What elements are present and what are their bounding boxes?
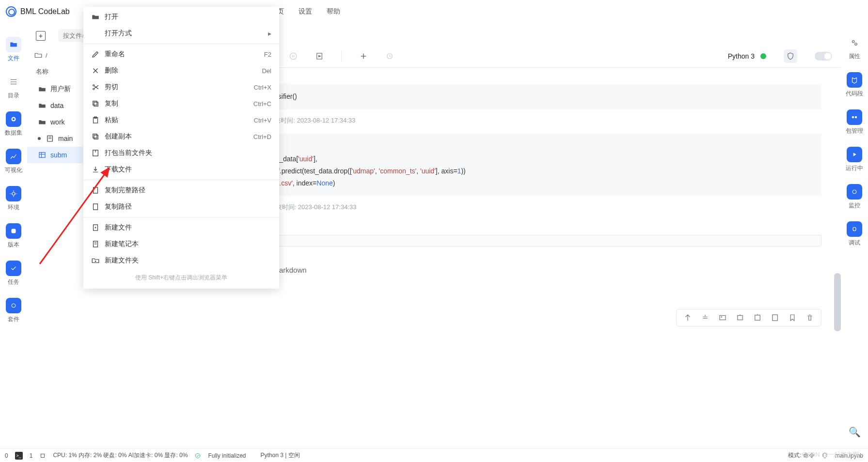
svg-rect-28 — [94, 135, 98, 139]
chart-icon — [9, 152, 18, 161]
modified-dot-icon — [38, 137, 41, 140]
rnav-search[interactable]: 🔍 — [841, 419, 868, 448]
move-up-icon[interactable] — [683, 313, 692, 322]
logo-icon — [6, 6, 16, 17]
chevron-right-icon: ▸ — [268, 30, 271, 37]
cm-copy-fullpath[interactable]: 复制完整路径 — [83, 182, 279, 199]
cm-delete[interactable]: 删除Del — [83, 62, 279, 79]
cm-cut[interactable]: 剪切Ctrl+X — [83, 79, 279, 95]
sync-icon[interactable] — [385, 52, 394, 61]
cm-new-file[interactable]: 新建文件 — [83, 219, 279, 236]
file-play-icon[interactable] — [315, 52, 324, 61]
svg-point-7 — [290, 53, 297, 60]
svg-point-11 — [721, 317, 722, 318]
cm-copy[interactable]: 复制Ctrl+C — [83, 95, 279, 112]
rnav-run[interactable]: 运行中 — [841, 142, 868, 179]
code-cell-1[interactable]: ) — [210, 68, 841, 84]
right-sidebar: 属性 代码段 包管理 运行中 监控 调试 🔍 — [841, 23, 868, 448]
svg-point-19 — [852, 190, 856, 194]
cm-new-folder[interactable]: 新建文件夹 — [83, 252, 279, 269]
gallery-icon[interactable] — [718, 313, 727, 322]
terminal-icon[interactable]: >_ — [15, 452, 23, 460]
svg-point-15 — [852, 41, 855, 43]
notebook-icon — [46, 134, 54, 143]
status-init: Fully initialized — [208, 452, 246, 459]
cm-rename[interactable]: 重命名F2 — [83, 46, 279, 62]
insert-icon[interactable] — [753, 313, 762, 322]
task-icon — [9, 264, 18, 273]
clipboard-icon — [91, 116, 100, 124]
expand-icon[interactable] — [771, 313, 779, 322]
table-icon — [38, 151, 47, 159]
svg-point-2 — [12, 192, 15, 195]
cm-paste[interactable]: 粘贴Ctrl+V — [83, 112, 279, 128]
toggle-switch[interactable] — [815, 52, 832, 61]
folder-icon — [38, 101, 47, 110]
trash-icon[interactable] — [805, 313, 814, 322]
cm-open[interactable]: 打开 — [83, 9, 279, 25]
nav-task[interactable]: 任务 — [0, 256, 27, 293]
duplicate-icon — [91, 132, 100, 141]
new-file-button[interactable]: + — [36, 31, 46, 41]
kit-icon — [9, 301, 18, 310]
output-icon[interactable] — [736, 313, 744, 322]
check-circle-icon — [194, 452, 201, 459]
nav-dataset[interactable]: 数据集 — [0, 107, 27, 144]
new-notebook-icon — [91, 240, 100, 248]
rnav-debug[interactable]: 调试 — [841, 216, 868, 254]
svg-rect-23 — [94, 102, 98, 106]
cm-open-with[interactable]: 打开方式▸ — [83, 25, 279, 42]
plus-icon[interactable] — [359, 52, 368, 61]
nav-toc[interactable]: 目录 — [0, 69, 27, 107]
left-sidebar: 文件 目录 数据集 可视化 环境 版本 任务 套件 — [0, 23, 27, 448]
svg-rect-24 — [93, 101, 97, 105]
cm-copy-path[interactable]: 复制路径 — [83, 199, 279, 215]
empty-cell[interactable]: [ ] 1 — [210, 235, 841, 246]
rnav-monitor[interactable]: 监控 — [841, 179, 868, 216]
nav-env[interactable]: 环境 — [0, 181, 27, 218]
kernel-status-icon — [760, 53, 766, 59]
svg-point-1 — [13, 118, 15, 121]
snippet-icon — [850, 76, 859, 84]
nav-vis[interactable]: 可视化 — [0, 144, 27, 181]
svg-point-16 — [855, 43, 857, 46]
status-stats: CPU: 1% 内存: 2% 硬盘: 0% AI加速卡: 0% 显存: 0% — [53, 451, 188, 460]
folder-icon — [9, 40, 18, 49]
cm-duplicate[interactable]: 创建副本Ctrl+D — [83, 128, 279, 145]
kernel-indicator[interactable]: Python 3 — [728, 52, 766, 60]
pause-icon[interactable] — [289, 52, 298, 61]
bookmark-icon[interactable] — [788, 313, 797, 322]
svg-point-22 — [93, 85, 95, 86]
rnav-snippet[interactable]: 代码段 — [841, 67, 868, 105]
svg-rect-13 — [755, 315, 760, 321]
cm-download[interactable]: 下载文件 — [83, 161, 279, 178]
code-cell-2[interactable]: d.DataFrame({ 'uuid': test_data['uuid'],… — [222, 134, 821, 196]
pencil-icon — [91, 50, 100, 59]
scrollbar-thumb[interactable] — [834, 273, 841, 331]
menu-help[interactable]: 帮助 — [327, 7, 340, 16]
nav-file[interactable]: 文件 — [0, 32, 27, 69]
nav-version[interactable]: 版本 — [0, 218, 27, 256]
status-count-0: 0 — [5, 452, 8, 459]
shield-icon[interactable] — [784, 49, 797, 63]
cm-new-notebook[interactable]: 新建笔记本 — [83, 236, 279, 252]
nav-kit[interactable]: 套件 — [0, 293, 27, 330]
cm-zip[interactable]: 打包当前文件夹 — [83, 145, 279, 161]
context-menu: 打开 打开方式▸ 重命名F2 删除Del 剪切Ctrl+X 复制Ctrl+C 粘… — [83, 7, 279, 289]
status-count-1: 1 — [30, 452, 33, 459]
cell-meta-2: 行时长: 365毫秒 结束时间: 2023-08-12 17:34:33 — [210, 199, 841, 216]
rnav-props[interactable]: 属性 — [841, 30, 868, 67]
svg-point-21 — [93, 88, 95, 90]
new-folder-icon — [91, 256, 100, 265]
archive-icon — [91, 149, 100, 157]
svg-point-17 — [852, 116, 854, 119]
gears-icon — [850, 38, 859, 47]
rnav-pkg[interactable]: 包管理 — [841, 105, 868, 142]
status-kernel: Python 3 | 空闲 — [260, 451, 300, 460]
cell-output-1: ecisionTreeClassifier() — [222, 84, 821, 109]
svg-rect-14 — [773, 315, 778, 321]
gear-icon — [9, 189, 18, 198]
cell-toolbar — [676, 309, 821, 326]
menu-settings[interactable]: 设置 — [299, 7, 312, 16]
move-down-icon[interactable] — [701, 313, 710, 322]
